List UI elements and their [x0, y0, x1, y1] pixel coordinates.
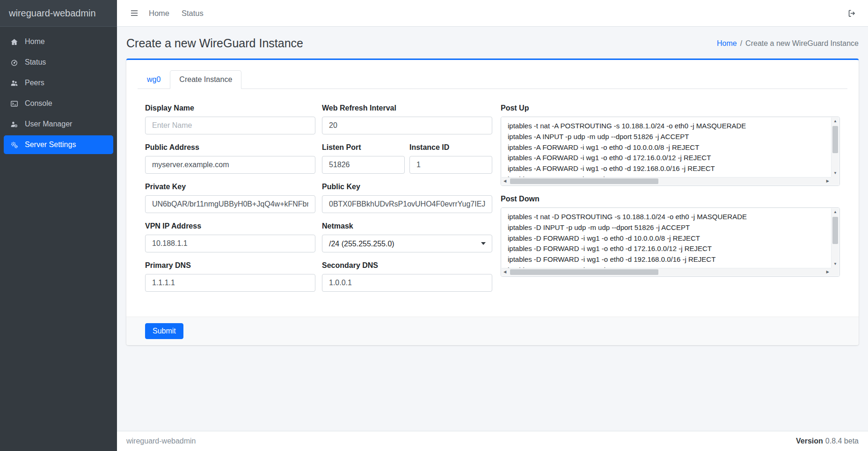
vpn-ip-input[interactable] [145, 235, 315, 252]
menu-toggle-button[interactable] [126, 6, 143, 21]
post-down-textarea-wrap: iptables -t nat -D POSTROUTING -s 10.188… [501, 207, 840, 277]
post-up-textarea[interactable]: iptables -t nat -A POSTROUTING -s 10.188… [501, 117, 839, 185]
sidebar-item-label: Console [25, 99, 52, 108]
horizontal-scrollbar[interactable]: ◀ ▶ [502, 268, 831, 276]
sidebar-item-label: User Manager [25, 120, 72, 128]
sidebar: wireguard-webadmin Home Status Peers [0, 0, 117, 451]
tab-wg0[interactable]: wg0 [138, 70, 170, 89]
post-down-label: Post Down [501, 195, 840, 203]
scrollbar-corner [831, 177, 839, 185]
form-column-1: Display Name Public Address Private Key [145, 104, 315, 301]
form-column-2: Web Refresh Interval Listen Port Instanc… [322, 104, 492, 301]
scroll-right-icon[interactable]: ▶ [824, 270, 831, 274]
private-key-label: Private Key [145, 183, 315, 191]
public-key-input[interactable] [322, 195, 492, 213]
scrollbar-thumb[interactable] [510, 178, 658, 184]
form-column-3: Post Up iptables -t nat -A POSTROUTING -… [501, 104, 840, 301]
gauge-icon [9, 59, 19, 67]
primary-dns-input[interactable] [145, 274, 315, 292]
sidebar-item-label: Home [25, 37, 45, 46]
sidebar-item-user-manager[interactable]: User Manager [4, 115, 113, 133]
page-title: Create a new WireGuard Instance [126, 37, 303, 50]
scroll-down-icon[interactable]: ▼ [833, 170, 837, 177]
public-key-label: Public Key [322, 183, 492, 191]
breadcrumb-current: Create a new WireGuard Instance [745, 39, 859, 48]
terminal-icon [9, 100, 19, 108]
logout-button[interactable] [845, 6, 859, 21]
main-area: Home Status Create a new WireGuard Insta… [117, 0, 868, 451]
content-area: Create a new WireGuard Instance Home / C… [117, 27, 868, 431]
sidebar-item-console[interactable]: Console [4, 94, 113, 113]
scroll-up-icon[interactable]: ▲ [833, 118, 837, 125]
sidebar-item-label: Peers [25, 79, 44, 87]
page-footer: wireguard-webadmin Version0.8.4 beta [117, 431, 868, 451]
instance-tabs: wg0 Create Instance [138, 70, 847, 89]
users-icon [9, 79, 19, 87]
instance-form: Display Name Public Address Private Key [138, 89, 847, 301]
scrollbar-thumb[interactable] [832, 217, 838, 244]
public-address-input[interactable] [145, 156, 315, 174]
display-name-label: Display Name [145, 104, 315, 112]
topnav-link-status[interactable]: Status [175, 6, 210, 21]
content-header: Create a new WireGuard Instance Home / C… [126, 27, 859, 59]
top-navbar: Home Status [117, 0, 868, 27]
web-refresh-interval-label: Web Refresh Interval [322, 104, 492, 112]
scrollbar-corner [831, 268, 839, 276]
secondary-dns-input[interactable] [322, 274, 492, 292]
horizontal-scrollbar[interactable]: ◀ ▶ [502, 177, 831, 185]
sidebar-nav: Home Status Peers Console [0, 27, 117, 162]
post-up-label: Post Up [501, 104, 840, 112]
listen-port-input[interactable] [322, 156, 405, 174]
netmask-select-wrap: /24 (255.255.255.0) [322, 235, 492, 252]
scrollbar-thumb[interactable] [832, 126, 838, 153]
scroll-up-icon[interactable]: ▲ [833, 208, 837, 216]
vertical-scrollbar[interactable]: ▲ ▼ [831, 208, 839, 268]
netmask-label: Netmask [322, 222, 492, 230]
instance-id-label: Instance ID [409, 143, 492, 152]
breadcrumb: Home / Create a new WireGuard Instance [717, 39, 859, 48]
netmask-select[interactable]: /24 (255.255.255.0) [322, 235, 492, 252]
sidebar-item-label: Status [25, 58, 46, 67]
user-manager-icon [9, 120, 19, 128]
scroll-right-icon[interactable]: ▶ [824, 179, 831, 183]
card-footer: Submit [126, 317, 859, 345]
scrollbar-thumb[interactable] [510, 269, 658, 275]
footer-version-value: 0.8.4 beta [825, 437, 859, 445]
home-icon [9, 38, 19, 46]
footer-app-name: wireguard-webadmin [126, 437, 196, 445]
instance-id-input[interactable] [409, 156, 492, 174]
sidebar-item-server-settings[interactable]: Server Settings [4, 135, 113, 154]
vertical-scrollbar[interactable]: ▲ ▼ [831, 118, 839, 177]
footer-version: Version0.8.4 beta [796, 437, 859, 445]
submit-button[interactable]: Submit [145, 323, 183, 339]
post-down-textarea[interactable]: iptables -t nat -D POSTROUTING -s 10.188… [501, 208, 839, 276]
topnav-link-home[interactable]: Home [143, 6, 175, 21]
sidebar-item-label: Server Settings [25, 140, 76, 149]
app-root: wireguard-webadmin Home Status Peers [0, 0, 868, 451]
brand-label: wireguard-webadmin [9, 8, 96, 19]
primary-dns-label: Primary DNS [145, 261, 315, 270]
gears-icon [9, 141, 19, 149]
sidebar-item-peers[interactable]: Peers [4, 74, 113, 92]
scroll-down-icon[interactable]: ▼ [833, 260, 837, 268]
breadcrumb-separator: / [740, 39, 742, 48]
web-refresh-interval-input[interactable] [322, 117, 492, 134]
scroll-left-icon[interactable]: ◀ [502, 270, 508, 274]
vpn-ip-label: VPN IP Address [145, 222, 315, 230]
breadcrumb-home-link[interactable]: Home [717, 39, 737, 48]
public-address-label: Public Address [145, 143, 315, 152]
footer-version-label: Version [796, 437, 823, 445]
scroll-left-icon[interactable]: ◀ [502, 179, 508, 183]
listen-port-label: Listen Port [322, 143, 405, 152]
brand-link[interactable]: wireguard-webadmin [0, 0, 117, 27]
sidebar-item-home[interactable]: Home [4, 32, 113, 51]
sidebar-item-status[interactable]: Status [4, 53, 113, 72]
display-name-input[interactable] [145, 117, 315, 134]
instance-card: wg0 Create Instance Display Name Public … [126, 59, 859, 345]
post-up-textarea-wrap: iptables -t nat -A POSTROUTING -s 10.188… [501, 117, 840, 186]
tab-create-instance[interactable]: Create Instance [170, 70, 241, 89]
private-key-input[interactable] [145, 195, 315, 213]
secondary-dns-label: Secondary DNS [322, 261, 492, 270]
card-body: wg0 Create Instance Display Name Public … [126, 60, 859, 317]
